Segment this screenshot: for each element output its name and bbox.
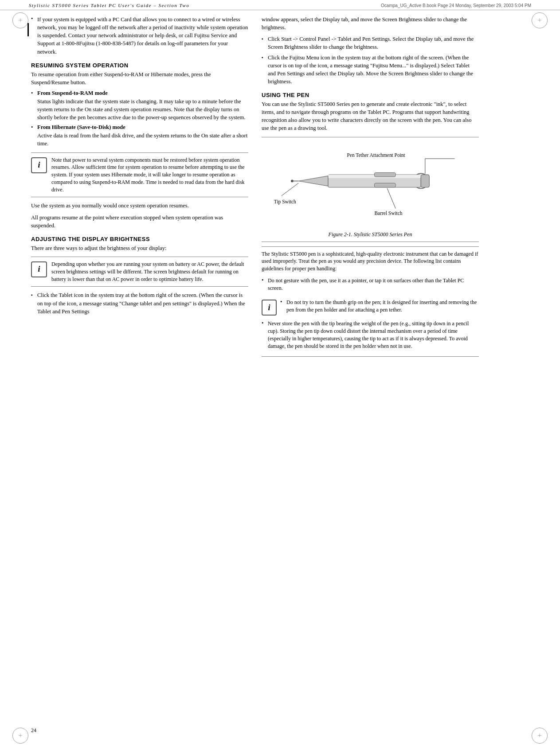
sub-bullet-sq2: ▪ — [262, 36, 268, 41]
svg-point-9 — [291, 179, 294, 182]
sub1-heading: From Suspend-to-RAM mode — [37, 90, 248, 97]
pen-guideline3-item: • Never store the pen with the tip beari… — [262, 320, 479, 350]
pen-guideline2-row: i • Do not try to turn the thumb grip on… — [262, 299, 479, 316]
sub-bullet-control-panel: ▪ Click Start -> Control Panel -> Tablet… — [262, 35, 479, 51]
sub-bullet-tablet-text: Click the Tablet icon in the system tray… — [37, 291, 248, 315]
pen-label2-text: Tip Switch — [274, 199, 296, 204]
sub2-heading: From Hibernate (Save-to-Disk) mode — [37, 124, 248, 131]
section1-heading: RESUMING SYSTEM OPERATION — [31, 62, 248, 69]
note-icon-2: i — [31, 261, 47, 277]
left-accent-bar — [27, 23, 29, 36]
sub1-bullet: • From Suspend-to-RAM mode Status lights… — [31, 90, 248, 121]
right-column: window appears, select the Display tab, … — [262, 16, 479, 361]
note1-text: Note that power to several system compon… — [51, 156, 248, 194]
after-note1-p1: Use the system as you normally would onc… — [31, 202, 248, 210]
note-box-3: The Stylistic ST5000 pen is a sophistica… — [262, 246, 479, 357]
sub2-text: Active data is read from the hard disk d… — [37, 132, 247, 147]
sub2-content: From Hibernate (Save-to-Disk) mode Activ… — [37, 124, 248, 148]
pen-label3-text: Barrel Switch — [375, 210, 403, 215]
sub1-content: From Suspend-to-RAM mode Status lights i… — [37, 90, 248, 121]
top-strip: Stylistic ST5000 Series Tablet PC User's… — [0, 0, 560, 10]
svg-rect-10 — [421, 175, 429, 187]
file-info: Ocampa_UG_Active B.book Page 24 Monday, … — [381, 3, 531, 8]
pen-guideline1-item: • Do not gesture with the pen, use it as… — [262, 277, 479, 292]
sub-bullet-fujitsu: ▪ Click the Fujitsu Menu icon in the sys… — [262, 54, 479, 86]
sub2-bullet: • From Hibernate (Save-to-Disk) mode Act… — [31, 124, 248, 148]
pg3-dot: • — [262, 320, 268, 327]
pen-guideline1-text: Do not gesture with the pen, use it as a… — [268, 277, 479, 292]
pg1-dot: • — [262, 277, 268, 284]
sub1-text: Status lights indicate that the system s… — [37, 98, 245, 121]
section2-heading: ADJUSTING THE DISPLAY BRIGHTNESS — [31, 236, 248, 242]
pg2-dot: • — [280, 299, 286, 305]
main-content: • If your system is equipped with a PC C… — [0, 11, 560, 379]
reg-mark-bl — [12, 728, 28, 744]
intro-bullet-text: If your system is equipped with a PC Car… — [37, 16, 248, 56]
bullet-dot: • — [31, 16, 37, 22]
note-box-1: i Note that power to several system comp… — [31, 152, 248, 198]
svg-rect-5 — [375, 172, 396, 177]
pen-diagram: Pen Tether Attachment Point Tip Switch B… — [262, 137, 479, 242]
section2-intro: There are three ways to adjust the brigh… — [31, 244, 248, 252]
note-icon-1: i — [31, 157, 47, 173]
sub2-bullet-dot: • — [31, 124, 37, 131]
after-note1-p2: All programs resume at the point where e… — [31, 214, 248, 230]
svg-marker-7 — [298, 176, 328, 186]
brightness-cont: window appears, select the Display tab, … — [262, 16, 479, 31]
intro-bullet-item: • If your system is equipped with a PC C… — [31, 16, 248, 56]
sub-bullet-sq3: ▪ — [262, 55, 268, 60]
note-box-2: i Depending upon whether you are running… — [31, 257, 248, 287]
page-number: 24 — [31, 727, 36, 734]
note2-text: Depending upon whether you are running y… — [51, 261, 248, 283]
note-icon-3: i — [262, 300, 277, 316]
figure-caption: Figure 2-1. Stylistic ST5000 Series Pen — [262, 231, 479, 238]
reg-mark-br — [532, 728, 548, 744]
pen-label1-text: Pen Tether Attachment Point — [347, 152, 406, 158]
reg-mark-tl — [12, 12, 28, 28]
page-container: Stylistic ST5000 Series Tablet PC User's… — [0, 0, 560, 756]
pen-illustration: Pen Tether Attachment Point Tip Switch B… — [262, 141, 479, 230]
sub-bullet-sq1: ▪ — [31, 292, 37, 297]
pen-guideline2-text: Do not try to turn the thumb grip on the… — [286, 299, 479, 314]
svg-rect-6 — [375, 183, 396, 187]
reg-mark-tr — [532, 12, 548, 28]
pen-diagram-inner: Pen Tether Attachment Point Tip Switch B… — [262, 141, 479, 230]
note3-content: The Stylistic ST5000 pen is a sophistica… — [262, 250, 479, 353]
section3-heading: USING THE PEN — [262, 92, 479, 98]
sub1-bullet-dot: • — [31, 90, 37, 97]
sub-bullet-tablet: ▪ Click the Tablet icon in the system tr… — [31, 291, 248, 315]
svg-line-13 — [282, 183, 298, 196]
pen-guideline3-text: Never store the pen with the tip bearing… — [268, 320, 479, 350]
note3-intro-text: The Stylistic ST5000 pen is a sophistica… — [262, 250, 479, 273]
pen-guideline2-item: • Do not try to turn the thumb grip on t… — [280, 299, 479, 314]
svg-line-14 — [387, 188, 396, 208]
sub-bullet-cp-text: Click Start -> Control Panel -> Tablet a… — [268, 35, 479, 51]
header-title: Stylistic ST5000 Series Tablet PC User's… — [29, 3, 189, 8]
left-column: • If your system is equipped with a PC C… — [31, 16, 248, 361]
section1-intro: To resume operation from either Suspend-… — [31, 70, 248, 86]
section3-intro: You can use the Stylistic ST5000 Series … — [262, 100, 479, 132]
sub-bullet-fm-text: Click the Fujitsu Menu icon in the syste… — [268, 54, 479, 86]
